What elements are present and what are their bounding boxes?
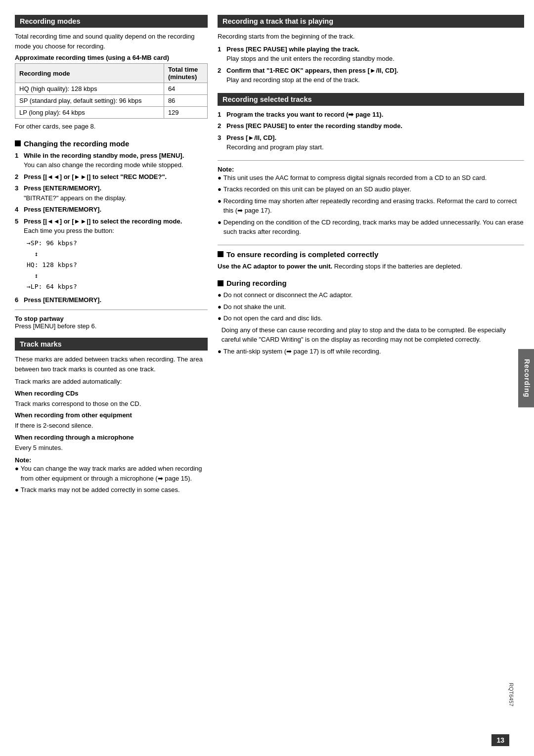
step-num: 6 <box>15 295 22 305</box>
when-mic-text: Every 5 minutes. <box>15 443 208 453</box>
right-note-bullet-1: ● This unit uses the AAC format to compr… <box>218 173 524 183</box>
note-text: Depending on the condition of the CD rec… <box>223 218 524 237</box>
page-container: Recording modes Total recording time and… <box>0 0 534 756</box>
step-bold: Press [ENTER/MEMORY]. <box>24 184 101 192</box>
right-note-label: Note: <box>218 166 234 173</box>
during-bullet-5: ● The anti-skip system (➡ page 17) is of… <box>218 347 524 356</box>
ensure-recording-text: Use the AC adaptor to power the unit. Re… <box>218 262 524 271</box>
step-bold: Press [|◄◄] or [►►|] to select "REC MODE… <box>24 173 167 180</box>
track-marks-intro1: These marks are added between tracks whe… <box>15 355 208 374</box>
during-recording-section: During recording ● Do not connect or dis… <box>218 279 524 356</box>
changing-mode-section: Changing the recording mode 1 While in t… <box>15 139 208 330</box>
right-note-section: Note: ● This unit uses the AAC format to… <box>218 166 524 237</box>
bullet-icon <box>218 325 220 345</box>
step-num: 1 <box>218 110 224 120</box>
bullet-text: The anti-skip system (➡ page 17) is off … <box>223 347 524 356</box>
ensure-recording-title-text: To ensure recording is completed correct… <box>226 250 378 259</box>
side-tab: Recording <box>518 349 534 407</box>
recording-modes-section: Recording modes Total recording time and… <box>15 15 208 132</box>
bullet-icon: ● <box>218 196 222 216</box>
note-label: Note: <box>15 456 31 464</box>
note-text: You can change the way track marks are a… <box>21 464 208 483</box>
table-cell-time-1: 64 <box>164 83 207 95</box>
note-text: Tracks recorded on this unit can be play… <box>223 184 524 194</box>
during-bullet-1: ● Do not connect or disconnect the AC ad… <box>218 290 524 300</box>
during-bullet-4: Doing any of these can cause recording a… <box>218 325 524 345</box>
track-marks-note: Note: ● You can change the way track mar… <box>15 456 208 495</box>
step-2: 2 Press [|◄◄] or [►►|] to select "REC MO… <box>15 172 208 182</box>
during-recording-title-text: During recording <box>226 279 287 287</box>
rp-step-2: 2 Confirm that "1-REC OK" appears, then … <box>218 66 524 85</box>
right-note-bullet-2: ● Tracks recorded on this unit can be pl… <box>218 184 524 194</box>
table-cell-time-2: 86 <box>164 95 207 107</box>
bullet-text: Do not open the card and disc lids. <box>223 313 524 323</box>
step-3: 3 Press [ENTER/MEMORY]. "BITRATE?" appea… <box>15 183 208 203</box>
right-divider-2 <box>218 245 524 245</box>
table-cell-mode-1: HQ (high quality): 128 kbps <box>15 83 164 95</box>
rqt-code: RQT6457 <box>508 683 514 707</box>
step-content: Press [ENTER/MEMORY]. "BITRATE?" appears… <box>24 183 208 203</box>
step-bold: While in the recording standby mode, pre… <box>24 152 184 159</box>
divider <box>15 310 208 310</box>
changing-mode-title-text: Changing the recording mode <box>24 139 129 148</box>
rs-step-2: 2 Press [REC PAUSE] to enter the recordi… <box>218 121 524 131</box>
rs-step-1: 1 Program the tracks you want to record … <box>218 110 524 120</box>
step-bold: Press [REC PAUSE] while playing the trac… <box>226 45 359 53</box>
page-number: 13 <box>491 734 509 746</box>
track-marks-header: Track marks <box>15 338 208 351</box>
bullet-icon: ● <box>218 173 222 183</box>
step-num: 3 <box>15 183 22 203</box>
bullet-text: Doing any of these can cause recording a… <box>222 325 524 345</box>
ensure-recording-strong: Use the AC adaptor to power the unit. <box>218 263 332 270</box>
bullet-icon: ● <box>218 218 222 237</box>
recording-playing-intro: Recording starts from the beginning of t… <box>218 32 524 42</box>
bullet-text: Do not connect or disconnect the AC adap… <box>223 290 524 300</box>
note-bullet-2: ● Track marks may not be added correctly… <box>15 485 208 495</box>
note-text: Track marks may not be added correctly i… <box>21 485 208 495</box>
track-marks-section: Track marks These marks are added betwee… <box>15 338 208 495</box>
black-square-icon <box>218 280 223 286</box>
step-content: Press [REC PAUSE] while playing the trac… <box>226 44 524 64</box>
table-note: For other cards, see page 8. <box>15 122 208 132</box>
when-other-text: If there is 2-second silence. <box>15 421 208 431</box>
step-content: Press [►/II, CD]. Recording and program … <box>226 133 524 152</box>
step-num: 3 <box>218 133 224 152</box>
recording-playing-header: Recording a track that is playing <box>218 15 524 28</box>
mode-flow: →SP: 96 kbps? ↕ HQ: 128 kbps? ↕ →LP: 64 … <box>15 238 208 292</box>
step-num: 2 <box>218 121 224 131</box>
track-marks-intro2: Track marks are added automatically: <box>15 377 208 387</box>
step-bold: Press [ENTER/MEMORY]. <box>24 206 101 213</box>
bullet-text: Do not shake the unit. <box>223 302 524 312</box>
bullet-icon: ● <box>218 184 222 194</box>
step-bold: Confirm that "1-REC OK" appears, then pr… <box>226 67 398 74</box>
step-5: 5 Press [|◄◄] or [►►|] to select the rec… <box>15 217 208 236</box>
step-content: Press [|◄◄] or [►►|] to select the recor… <box>24 217 208 236</box>
stop-partway: To stop partway Press [MENU] before step… <box>15 315 208 330</box>
recording-table: Recording mode Total time(minutes) HQ (h… <box>15 63 208 119</box>
note-bullet-1: ● You can change the way track marks are… <box>15 464 208 483</box>
when-mic-label: When recording through a microphone <box>15 434 208 441</box>
rp-step-1: 1 Press [REC PAUSE] while playing the tr… <box>218 44 524 64</box>
step-bold: Press [REC PAUSE] to enter the recording… <box>226 122 402 130</box>
step-4: 4 Press [ENTER/MEMORY]. <box>15 205 208 215</box>
step-num: 2 <box>218 66 224 85</box>
recording-modes-intro: Total recording time and sound quality d… <box>15 32 208 51</box>
stop-partway-label: To stop partway <box>15 315 64 322</box>
recording-modes-header: Recording modes <box>15 15 208 28</box>
bullet-icon: ● <box>218 313 222 323</box>
step-6: 6 Press [ENTER/MEMORY]. <box>15 295 208 305</box>
step-content: Press [REC PAUSE] to enter the recording… <box>226 121 524 131</box>
table-cell-mode-2: SP (standard play, default setting): 96 … <box>15 95 164 107</box>
black-square-icon <box>218 251 223 257</box>
rs-step-3: 3 Press [►/II, CD]. Recording and progra… <box>218 133 524 152</box>
step-num: 5 <box>15 217 22 236</box>
recording-playing-section: Recording a track that is playing Record… <box>218 15 524 85</box>
during-bullet-2: ● Do not shake the unit. <box>218 302 524 312</box>
bullet-icon: ● <box>218 347 222 356</box>
table-cell-mode-3: LP (long play): 64 kbps <box>15 107 164 119</box>
step-bold: Press [|◄◄] or [►►|] to select the recor… <box>24 218 182 225</box>
table-row: SP (standard play, default setting): 96 … <box>15 95 208 107</box>
when-cd-text: Track marks correspond to those on the C… <box>15 399 208 409</box>
step-bold: Press [ENTER/MEMORY]. <box>24 296 101 304</box>
bullet-icon: ● <box>218 290 222 300</box>
